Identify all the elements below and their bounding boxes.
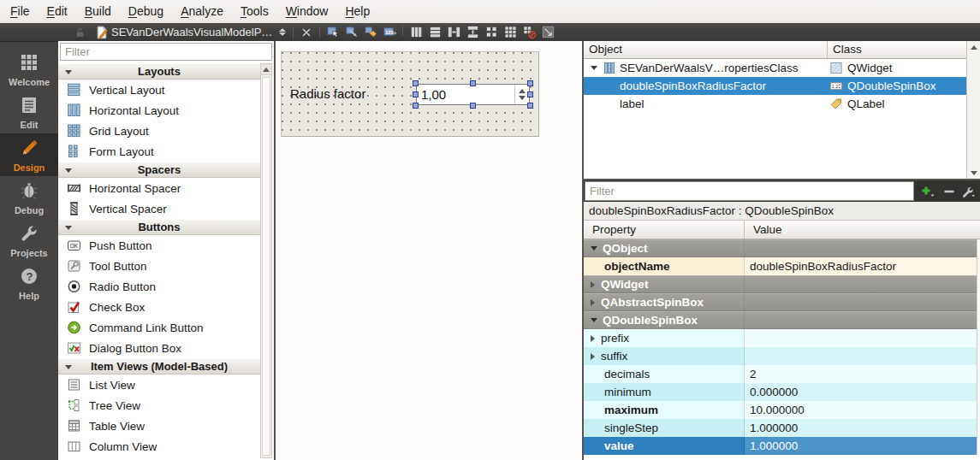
property-value[interactable]: 1.000000 <box>745 419 980 437</box>
form-canvas[interactable]: Radius factor 1,00 <box>281 51 539 137</box>
widget-horizontal-spacer[interactable]: Horizontal Spacer <box>58 178 260 198</box>
widget-check-box[interactable]: Check Box <box>58 297 260 317</box>
menu-window[interactable]: Window <box>277 0 337 23</box>
layout-form-icon[interactable] <box>482 24 501 40</box>
chevron-down-icon[interactable] <box>591 246 597 251</box>
widget-grid-layout[interactable]: Grid Layout <box>58 121 260 141</box>
property-row-minimum[interactable]: minimum0.000000 <box>584 383 980 401</box>
form-selector-dropdown[interactable]: SEVanDerWaalsVisualModelP… <box>89 24 289 40</box>
widget-vertical-layout[interactable]: Vertical Layout <box>58 80 260 100</box>
chevron-right-icon[interactable] <box>591 353 595 360</box>
class-column-header[interactable]: Class <box>828 41 966 58</box>
widget-column-view[interactable]: Column View <box>58 436 260 457</box>
chevron-right-icon[interactable] <box>591 281 595 288</box>
widget-list-view[interactable]: List View <box>58 374 260 395</box>
mode-welcome[interactable]: Welcome <box>0 48 58 91</box>
menu-help[interactable]: Help <box>336 0 378 23</box>
property-row-prefix[interactable]: prefix <box>584 329 980 347</box>
inspector-row-sevanderwaalsvropertiesclass[interactable]: SEVanDerWaalsV…ropertiesClassQWidget <box>584 59 966 77</box>
layout-vertical-icon[interactable] <box>425 24 444 40</box>
property-value[interactable]: 2 <box>745 365 980 383</box>
scroll-down-icon[interactable] <box>967 167 980 179</box>
menu-debug[interactable]: Debug <box>120 0 172 23</box>
property-value[interactable]: doubleSpinBoxRadiusFactor <box>745 257 980 275</box>
property-filter-input[interactable] <box>585 181 914 201</box>
menu-file[interactable]: File <box>2 0 39 23</box>
property-row-singlestep[interactable]: singleStep1.000000 <box>584 419 980 437</box>
property-value[interactable] <box>745 329 980 347</box>
property-row-objectname[interactable]: objectNamedoubleSpinBoxRadiusFactor <box>584 257 980 275</box>
widget-table-view[interactable]: Table View <box>58 416 260 436</box>
object-column-header[interactable]: Object <box>584 41 828 58</box>
category-buttons[interactable]: Buttons <box>58 219 260 235</box>
mode-design[interactable]: Design <box>0 133 58 176</box>
property-config-button[interactable] <box>958 182 978 200</box>
widgetbox-filter-input[interactable] <box>60 43 272 61</box>
edit-widgets-icon[interactable] <box>324 24 342 40</box>
widget-form-layout[interactable]: Form Layout <box>58 141 260 162</box>
spin-up-icon[interactable] <box>519 89 526 93</box>
selection-handle[interactable] <box>413 80 419 86</box>
selection-handle[interactable] <box>527 91 533 97</box>
close-icon[interactable] <box>297 24 316 40</box>
remove-dynamic-property-button[interactable] <box>939 182 959 200</box>
widget-tool-button[interactable]: Tool Button <box>58 256 260 276</box>
widget-horizontal-layout[interactable]: Horizontal Layout <box>58 100 260 121</box>
break-layout-icon[interactable] <box>520 24 538 40</box>
mode-projects[interactable]: Projects <box>0 219 58 262</box>
scroll-up-icon[interactable] <box>261 64 271 75</box>
scrollbar-thumb[interactable] <box>262 77 270 456</box>
property-row-value[interactable]: value1.000000 <box>584 437 980 455</box>
selection-handle[interactable] <box>470 103 476 109</box>
property-value[interactable]: 1.000000 <box>745 437 980 455</box>
inspector-row-doublespinboxradiusfactor[interactable]: doubleSpinBoxRadiusFactor1.2QDoubleSpinB… <box>584 77 966 95</box>
property-group-qabstractspinbox[interactable]: QAbstractSpinBox <box>584 293 980 311</box>
widget-command-link-button[interactable]: Command Link Button <box>58 317 260 338</box>
chevron-down-icon[interactable] <box>591 318 597 322</box>
property-value[interactable]: 10.000000 <box>745 401 980 419</box>
selection-handle[interactable] <box>470 80 476 86</box>
mode-edit[interactable]: Edit <box>0 91 58 133</box>
widget-dialog-button-box[interactable]: Dialog Button Box <box>58 338 260 358</box>
property-group-qdoublespinbox[interactable]: QDoubleSpinBox <box>584 311 980 329</box>
widget-tree-view[interactable]: Tree View <box>58 395 260 416</box>
layout-vertical-splitter-icon[interactable] <box>463 24 482 40</box>
lock-icon[interactable] <box>70 24 89 40</box>
widget-vertical-spacer[interactable]: Vertical Spacer <box>58 198 260 219</box>
property-group-qobject[interactable]: QObject <box>584 239 980 257</box>
selection-handle[interactable] <box>413 103 419 109</box>
selection-handle[interactable] <box>413 91 419 97</box>
widget-push-button[interactable]: OKPush Button <box>58 235 260 256</box>
adjust-size-icon[interactable] <box>538 24 557 40</box>
edit-tab-order-icon[interactable]: 123 <box>380 24 399 40</box>
value-column-header[interactable]: Value <box>745 221 980 239</box>
inspector-row-label[interactable]: labelQLabel <box>584 95 966 113</box>
add-dynamic-property-button[interactable] <box>918 182 938 200</box>
widgetbox-scrollbar[interactable] <box>260 63 272 458</box>
property-column-header[interactable]: Property <box>584 221 745 239</box>
widget-radio-button[interactable]: Radio Button <box>58 276 260 297</box>
property-row-suffix[interactable]: suffix <box>584 347 980 365</box>
chevron-down-icon[interactable] <box>591 66 597 70</box>
category-spacers[interactable]: Spacers <box>58 162 260 178</box>
mode-help[interactable]: ?Help <box>0 262 58 304</box>
chevron-right-icon[interactable] <box>591 335 595 342</box>
chevron-right-icon[interactable] <box>591 299 595 306</box>
mode-debug[interactable]: Debug <box>0 176 58 219</box>
inspector-scrollbar[interactable] <box>966 41 980 179</box>
layout-grid-icon[interactable] <box>501 24 520 40</box>
edit-signals-slots-icon[interactable] <box>342 24 361 40</box>
property-row-decimals[interactable]: decimals2 <box>584 365 980 383</box>
menu-analyze[interactable]: Analyze <box>172 0 232 23</box>
scroll-up-icon[interactable] <box>967 41 980 53</box>
menu-edit[interactable]: Edit <box>39 0 76 23</box>
menu-tools[interactable]: Tools <box>232 0 277 23</box>
property-group-qwidget[interactable]: QWidget <box>584 275 980 293</box>
layout-horizontal-icon[interactable] <box>407 24 425 40</box>
selection-handle[interactable] <box>527 80 533 86</box>
edit-buddies-icon[interactable] <box>361 24 380 40</box>
property-row-maximum[interactable]: maximum10.000000 <box>584 401 980 419</box>
spin-down-icon[interactable] <box>519 96 526 100</box>
radius-factor-label[interactable]: Radius factor <box>290 83 365 105</box>
menu-build[interactable]: Build <box>76 0 120 23</box>
